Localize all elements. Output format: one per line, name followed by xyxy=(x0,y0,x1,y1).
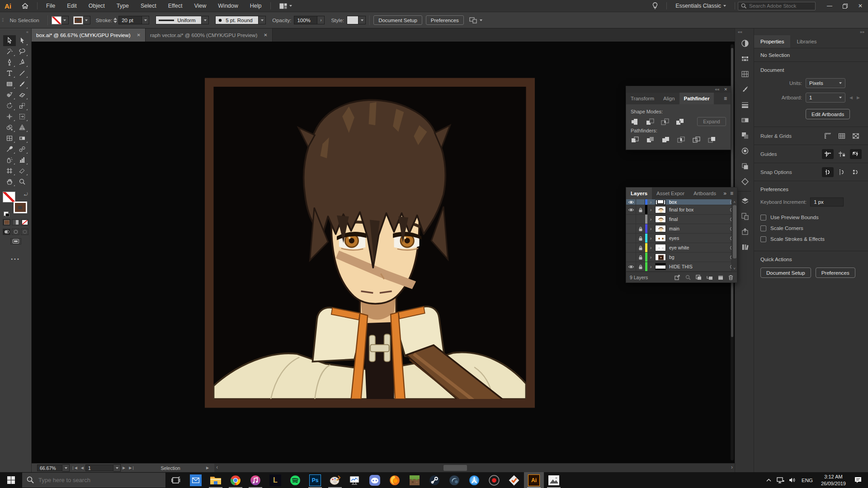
crop-button[interactable] xyxy=(677,136,686,143)
language-indicator[interactable]: ENG xyxy=(802,478,813,483)
show-grid-button[interactable] xyxy=(836,131,848,141)
stroke-weight-dropdown[interactable] xyxy=(142,16,149,24)
layer-name[interactable]: box xyxy=(667,199,727,205)
gpu-performance-icon[interactable] xyxy=(646,0,664,12)
tool-scale[interactable] xyxy=(16,100,28,111)
edit-toolbar-ellipsis[interactable]: ••• xyxy=(0,256,31,262)
tool-line-segment[interactable] xyxy=(16,68,28,79)
start-button[interactable] xyxy=(0,472,22,488)
taskbar-app-photos[interactable] xyxy=(544,472,564,488)
checkbox-icon[interactable] xyxy=(760,225,766,231)
tab-layers[interactable]: Layers xyxy=(626,188,652,199)
menu-effect[interactable]: Effect xyxy=(162,0,189,12)
layer-row[interactable]: › final xyxy=(626,215,737,224)
snap-to-grid-button[interactable] xyxy=(836,167,848,177)
taskbar-app-discord[interactable] xyxy=(365,472,385,488)
home-icon[interactable] xyxy=(16,0,34,12)
width-profile-dropdown[interactable] xyxy=(202,16,209,24)
tool-type[interactable] xyxy=(3,68,16,79)
expand-layer-icon[interactable]: › xyxy=(647,264,654,269)
artboard-nav-dropdown[interactable] xyxy=(113,464,121,472)
taskbar-app-league-of-legends[interactable]: L xyxy=(265,472,285,488)
minimize-button[interactable]: — xyxy=(822,0,837,12)
lock-toggle[interactable] xyxy=(636,215,645,224)
visibility-eye-icon[interactable] xyxy=(626,262,636,271)
toolbar-fill-swatch[interactable] xyxy=(3,192,15,202)
visibility-eye-toggle[interactable] xyxy=(626,224,636,233)
tool-slice[interactable] xyxy=(16,165,28,176)
lock-icon[interactable] xyxy=(636,224,645,233)
appearance-panel-icon[interactable] xyxy=(735,143,755,159)
volume-icon[interactable] xyxy=(786,477,798,483)
layer-row[interactable]: › bg xyxy=(626,253,737,262)
collect-for-export-icon[interactable] xyxy=(675,275,680,280)
restore-button[interactable] xyxy=(837,0,853,12)
last-artboard-icon[interactable]: ▶❘ xyxy=(129,466,135,470)
merge-button[interactable] xyxy=(661,136,670,143)
smart-guides-button[interactable] xyxy=(850,149,862,159)
tool-magic-wand[interactable] xyxy=(3,46,16,57)
tool-hand[interactable] xyxy=(3,176,16,187)
delete-layer-icon[interactable] xyxy=(728,275,733,280)
symbols-panel-icon[interactable] xyxy=(735,174,755,189)
style-swatch[interactable] xyxy=(347,16,359,24)
adobe-stock-search[interactable] xyxy=(738,2,816,10)
preferences-button[interactable]: Preferences xyxy=(426,15,464,25)
unite-button[interactable] xyxy=(631,118,641,125)
menu-select[interactable]: Select xyxy=(135,0,162,12)
tool-blend[interactable] xyxy=(16,144,28,155)
chevron-down-icon[interactable] xyxy=(480,19,482,21)
layer-row[interactable]: › eyes xyxy=(626,234,737,243)
next-artboard-icon[interactable]: ▶ xyxy=(123,466,125,470)
tab-transform[interactable]: Transform xyxy=(626,93,659,104)
draw-behind-button[interactable] xyxy=(12,229,19,235)
collapse-panel-icon[interactable]: «« xyxy=(715,87,719,92)
lock-icon[interactable] xyxy=(636,234,645,243)
taskbar-app-photoshop[interactable]: Ps xyxy=(305,472,325,488)
zoom-level-field[interactable]: 66.67% xyxy=(37,465,62,471)
tab-libraries[interactable]: Libraries xyxy=(790,35,823,48)
taskbar-app-paint[interactable] xyxy=(325,472,345,488)
opacity-flyout[interactable]: › xyxy=(317,16,325,24)
artboard-nav-field[interactable]: 1 xyxy=(85,465,113,471)
previous-artboard-icon[interactable]: ◀ xyxy=(81,466,84,470)
tool-selection[interactable] xyxy=(3,35,16,46)
layer-name[interactable]: final xyxy=(667,216,727,222)
show-transparency-grid-button[interactable] xyxy=(850,131,862,141)
collapse-properties-icon[interactable]: »» xyxy=(860,30,864,34)
layer-thumbnail[interactable] xyxy=(654,263,667,270)
libraries-panel-icon[interactable] xyxy=(735,239,755,255)
menu-object[interactable]: Object xyxy=(83,0,111,12)
taskbar-app-itunes[interactable] xyxy=(245,472,265,488)
scale-strokes-effects-row[interactable]: Scale Strokes & Effects xyxy=(760,234,862,244)
layer-name[interactable]: main xyxy=(667,226,727,231)
brush-definition-field[interactable]: 5 pt. Round xyxy=(215,16,259,24)
draw-normal-button[interactable] xyxy=(3,229,10,235)
visibility-eye-toggle[interactable] xyxy=(626,215,636,224)
visibility-eye-icon[interactable] xyxy=(626,205,636,214)
taskbar-app-chrome[interactable] xyxy=(226,472,245,488)
tool-mesh[interactable] xyxy=(3,133,16,144)
new-layer-icon[interactable] xyxy=(718,275,723,280)
lock-guides-button[interactable] xyxy=(836,149,848,159)
tool-shaper[interactable] xyxy=(3,89,16,100)
expand-layer-icon[interactable]: › xyxy=(647,216,654,222)
expand-layer-icon[interactable]: › xyxy=(647,235,654,241)
tab-asset-export[interactable]: Asset Expor xyxy=(652,188,689,199)
menu-window[interactable]: Window xyxy=(212,0,244,12)
horizontal-scrollbar-thumb[interactable] xyxy=(443,465,467,471)
intersect-button[interactable] xyxy=(660,118,670,125)
tab-pathfinder[interactable]: Pathfinder xyxy=(679,93,714,104)
minus-front-button[interactable] xyxy=(646,118,656,125)
fill-dropdown[interactable] xyxy=(61,16,69,24)
menu-edit[interactable]: Edit xyxy=(61,0,83,12)
stroke-color-dropdown[interactable] xyxy=(83,16,90,24)
snap-to-point-button[interactable] xyxy=(822,167,834,177)
taskbar-app-minecraft[interactable] xyxy=(405,472,425,488)
show-rulers-button[interactable] xyxy=(822,131,834,141)
scale-corners-row[interactable]: Scale Corners xyxy=(760,223,862,234)
visibility-eye-toggle[interactable] xyxy=(626,243,636,252)
layer-name[interactable]: HIDE THIS xyxy=(667,264,727,269)
tool-pen[interactable] xyxy=(3,57,16,68)
minus-back-button[interactable] xyxy=(708,136,717,143)
